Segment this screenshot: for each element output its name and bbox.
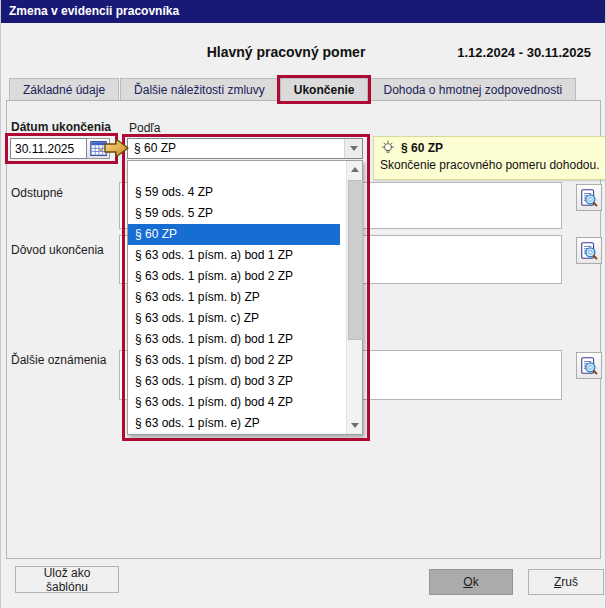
dovod-ukoncenia-lookup-button[interactable]: [576, 237, 602, 264]
dropdown-option[interactable]: § 63 ods. 1 písm. c) ZP: [128, 308, 340, 329]
dropdown-option-selected[interactable]: § 60 ZP: [128, 224, 340, 245]
tab-zakladne-udaje[interactable]: Základné údaje: [9, 78, 119, 101]
dropdown-option[interactable]: § 63 ods. 1 písm. d) bod 2 ZP: [128, 350, 340, 371]
dovod-ukoncenia-label: Dôvod ukončenia: [11, 243, 104, 257]
dropdown-option[interactable]: § 63 ods. 1 písm. e) ZP: [128, 413, 340, 434]
gold-arrow-icon: [103, 136, 130, 160]
dropdown-option[interactable]: § 63 ods. 1 písm. b) ZP: [128, 287, 340, 308]
podla-label: Podľa: [129, 121, 161, 135]
document-search-icon: [579, 241, 599, 261]
document-search-icon: [579, 188, 599, 208]
dropdown-option[interactable]: § 59 ods. 4 ZP: [128, 182, 340, 203]
dropdown-option[interactable]: § 63 ods. 1 písm. a) bod 2 ZP: [128, 266, 340, 287]
window-title: Zmena v evidencii pracovníka: [9, 4, 179, 18]
hint-tooltip: § 60 ZP Skončenie pracovného pomeru doho…: [373, 136, 606, 180]
dropdown-option[interactable]: § 63 ods. 1 písm. a) bod 1 ZP: [128, 245, 340, 266]
cancel-button[interactable]: Zruš: [528, 569, 604, 595]
podla-combobox[interactable]: § 60 ZP: [127, 138, 363, 159]
podla-dropdown-list: § 59 ods. 4 ZP § 59 ods. 5 ZP § 60 ZP § …: [127, 160, 363, 435]
save-as-template-button[interactable]: Ulož ako šablónu: [15, 566, 119, 593]
scrollbar-thumb[interactable]: [348, 180, 363, 340]
header-date-range: 1.12.2024 - 30.11.2025: [457, 45, 591, 60]
dropdown-scrollbar[interactable]: [346, 161, 362, 434]
scroll-up-icon[interactable]: [347, 161, 363, 178]
tooltip-text: Skončenie pracovného pomeru dohodou.: [380, 158, 600, 172]
dropdown-option[interactable]: § 63 ods. 1 písm. d) bod 4 ZP: [128, 392, 340, 413]
dialog-window: Zmena v evidencii pracovníka Hlavný prac…: [0, 0, 606, 608]
lightbulb-icon: [380, 140, 396, 156]
dropdown-option[interactable]: § 59 ods. 5 ZP: [128, 203, 340, 224]
dropdown-option[interactable]: § 63 ods. 1 písm. d) bod 3 ZP: [128, 371, 340, 392]
dropdown-option[interactable]: § 63 ods. 1 písm. d) bod 1 ZP: [128, 329, 340, 350]
tab-dohoda-o-hmotnej-zodpovednosti[interactable]: Dohoda o hmotnej zodpovednosti: [369, 78, 576, 101]
odstupne-lookup-button[interactable]: [576, 184, 602, 211]
tab-ukoncenie[interactable]: Ukončenie: [280, 78, 369, 101]
chevron-down-icon: [350, 146, 358, 151]
odstupne-label: Odstupné: [11, 186, 63, 200]
document-search-icon: [579, 356, 599, 376]
scroll-down-icon[interactable]: [347, 417, 363, 434]
date-field-group: [10, 138, 110, 159]
ok-button[interactable]: Ok: [429, 569, 513, 595]
dalsie-oznamenia-label: Ďalšie oznámenia: [11, 353, 106, 367]
title-bar[interactable]: Zmena v evidencii pracovníka: [1, 0, 606, 23]
podla-combobox-value: § 60 ZP: [128, 139, 344, 158]
dropdown-option-empty[interactable]: [128, 161, 340, 182]
date-field-label: Dátum ukončenia: [11, 120, 111, 134]
dalsie-oznamenia-lookup-button[interactable]: [576, 352, 602, 379]
combobox-dropdown-button[interactable]: [344, 139, 362, 158]
tab-bar: Základné údaje Ďalšie náležitosti zmluvy…: [9, 78, 577, 101]
tab-dalsie-nalezitosti-zmluvy[interactable]: Ďalšie náležitosti zmluvy: [120, 78, 279, 101]
termination-date-input[interactable]: [10, 138, 87, 159]
tooltip-title: § 60 ZP: [401, 141, 443, 155]
